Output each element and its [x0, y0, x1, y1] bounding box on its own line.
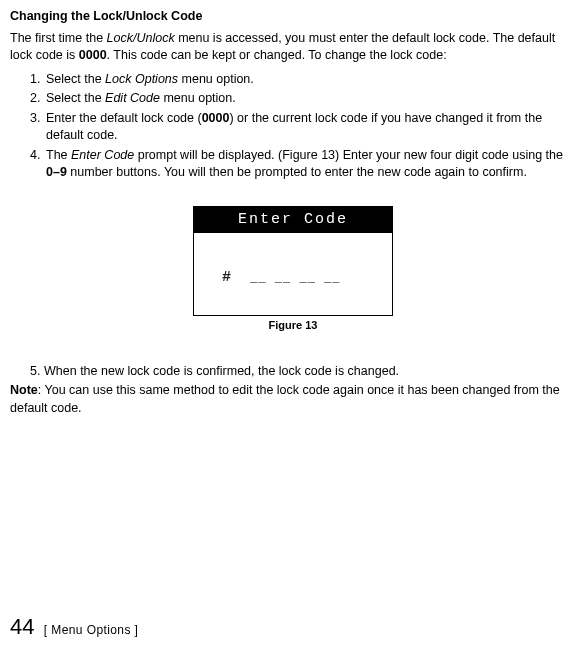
figure-inner: Enter Code # __ __ __ __ Figure 13	[193, 206, 393, 333]
step-3-code: 0000	[202, 111, 230, 125]
figure-blanks: __ __ __ __	[242, 271, 340, 285]
step-5-list: When the new lock code is confirmed, the…	[34, 363, 576, 381]
figure-screen: Enter Code # __ __ __ __	[193, 206, 393, 316]
step-1-text-a: Select the	[46, 72, 105, 86]
note-label: Note	[10, 383, 38, 397]
page-footer: 44 [ Menu Options ]	[10, 612, 138, 643]
intro-text-3: . This code can be kept or changed. To c…	[107, 48, 447, 62]
step-5: When the new lock code is confirmed, the…	[44, 363, 576, 381]
figure-title: Enter Code	[194, 207, 392, 233]
step-2-text-a: Select the	[46, 91, 105, 105]
step-1-text-b: menu option.	[178, 72, 254, 86]
step-3: Enter the default lock code (0000) or th…	[44, 110, 576, 145]
figure-caption: Figure 13	[269, 318, 318, 333]
section-heading: Changing the Lock/Unlock Code	[10, 8, 576, 26]
step-1: Select the Lock Options menu option.	[44, 71, 576, 89]
step-2-text-b: menu option.	[160, 91, 236, 105]
intro-paragraph: The first time the Lock/Unlock menu is a…	[10, 30, 576, 65]
step-4-text-c: number buttons. You will then be prompte…	[67, 165, 527, 179]
figure-13: Enter Code # __ __ __ __ Figure 13	[10, 206, 576, 333]
step-3-text-a: Enter the default lock code (	[46, 111, 202, 125]
step-4-buttons: 0–9	[46, 165, 67, 179]
breadcrumb: [ Menu Options ]	[44, 623, 138, 637]
figure-entry-line: # __ __ __ __	[222, 267, 340, 288]
step-4-text-b: prompt will be displayed. (Figure 13) En…	[134, 148, 563, 162]
intro-menu-name: Lock/Unlock	[107, 31, 175, 45]
step-4: The Enter Code prompt will be displayed.…	[44, 147, 576, 182]
note-text: : You can use this same method to edit t…	[10, 383, 560, 415]
intro-text-1: The first time the	[10, 31, 107, 45]
step-1-menu: Lock Options	[105, 72, 178, 86]
page-number: 44	[10, 614, 34, 639]
step-2: Select the Edit Code menu option.	[44, 90, 576, 108]
step-4-text-a: The	[46, 148, 71, 162]
step-4-prompt: Enter Code	[71, 148, 134, 162]
step-2-menu: Edit Code	[105, 91, 160, 105]
steps-list: Select the Lock Options menu option. Sel…	[34, 71, 576, 182]
note-paragraph: Note: You can use this same method to ed…	[10, 382, 576, 417]
figure-hash-icon: #	[222, 269, 232, 286]
intro-default-code: 0000	[79, 48, 107, 62]
